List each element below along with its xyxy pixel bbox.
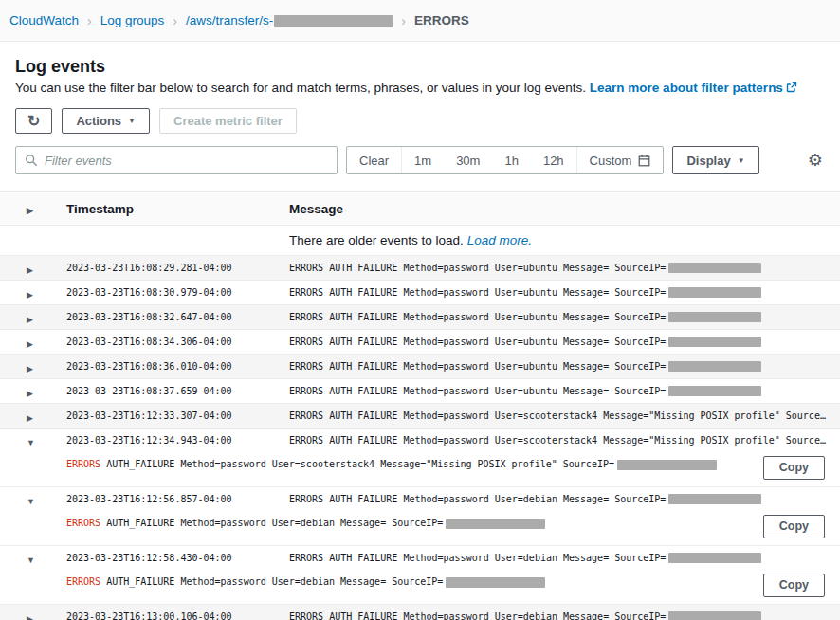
log-row-main[interactable]: ▶2023-03-23T16:08:36.010-04:00ERRORS AUT… [0, 355, 840, 378]
expand-row-icon[interactable]: ▶ [27, 339, 33, 349]
log-row: ▶2023-03-23T16:08:29.281-04:00ERRORS AUT… [0, 255, 840, 280]
row-message: ERRORS AUTH_FAILURE Method=password User… [289, 337, 840, 348]
log-events-panel: Log events You can use the filter bar be… [0, 42, 840, 174]
expand-row-icon[interactable]: ▶ [27, 315, 33, 324]
expander-cell: ▼ [15, 432, 66, 449]
log-row: ▼2023-03-23T16:12:34.943-04:00ERRORS AUT… [0, 428, 840, 486]
gear-icon: ⚙ [808, 151, 823, 170]
display-button[interactable]: Display▼ [672, 146, 758, 174]
row-timestamp: 2023-03-23T16:08:29.281-04:00 [66, 263, 289, 273]
expand-row-icon[interactable]: ▶ [27, 413, 33, 423]
create-metric-filter-button[interactable]: Create metric filter [159, 108, 297, 134]
redacted-text [668, 553, 761, 563]
time-range-30m-button[interactable]: 30m [444, 147, 492, 173]
row-message: ERRORS AUTH_FAILURE Method=password User… [289, 494, 840, 505]
log-row: ▶2023-03-23T16:08:34.306-04:00ERRORS AUT… [0, 329, 840, 354]
learn-more-link[interactable]: Learn more about filter patterns [590, 81, 797, 95]
collapse-row-icon[interactable]: ▼ [27, 556, 35, 565]
filter-bar: Clear 1m 30m 1h 12h Custom Display▼ ⚙ [15, 146, 825, 174]
log-row-main[interactable]: ▶2023-03-23T16:08:34.306-04:00ERRORS AUT… [0, 330, 840, 354]
filter-events-box [15, 146, 338, 174]
breadcrumb-log-groups[interactable]: Log groups [100, 13, 165, 27]
log-row: ▼2023-03-23T16:12:58.430-04:00ERRORS AUT… [0, 545, 840, 604]
row-message: ERRORS AUTH_FAILURE Method=password User… [289, 361, 840, 373]
row-message: ERRORS AUTH_FAILURE Method=password User… [289, 553, 840, 564]
expand-row-icon[interactable]: ▶ [27, 265, 33, 275]
log-events-table: ▶ Timestamp Message There are older even… [0, 191, 840, 620]
column-header-message: Message [289, 202, 840, 216]
copy-button[interactable]: Copy [763, 574, 825, 597]
log-row: ▼2023-03-23T16:12:56.857-04:00ERRORS AUT… [0, 486, 840, 545]
log-detail-text: ERRORS AUTH_FAILURE Method=password User… [66, 456, 717, 470]
time-range-1m-button[interactable]: 1m [402, 147, 444, 173]
copy-button[interactable]: Copy [763, 456, 825, 480]
redacted-text [274, 15, 393, 27]
expand-row-icon[interactable]: ▶ [27, 614, 33, 620]
redacted-text [446, 519, 545, 529]
log-row-detail: ERRORS AUTH_FAILURE Method=password User… [0, 570, 840, 604]
filter-events-input[interactable] [45, 154, 328, 168]
row-timestamp: 2023-03-23T16:08:36.010-04:00 [66, 361, 289, 372]
breadcrumb-cloudwatch[interactable]: CloudWatch [9, 13, 79, 27]
table-header: ▶ Timestamp Message [0, 191, 840, 226]
preferences-button[interactable]: ⚙ [806, 146, 825, 174]
log-row-main[interactable]: ▼2023-03-23T16:12:58.430-04:00ERRORS AUT… [0, 546, 840, 570]
expand-all-icon[interactable]: ▶ [27, 206, 33, 215]
expander-cell: ▶ [15, 609, 66, 620]
breadcrumb-log-group[interactable]: /aws/transfer/s- [186, 13, 393, 27]
load-more-link[interactable]: Load more. [467, 233, 532, 247]
actions-button[interactable]: Actions▼ [62, 108, 150, 134]
log-row: ▶2023-03-23T16:08:32.647-04:00ERRORS AUT… [0, 304, 840, 329]
expander-cell: ▶ [15, 383, 66, 400]
row-message: ERRORS AUTH_FAILURE Method=password User… [289, 312, 840, 323]
redacted-text [668, 287, 761, 298]
log-rows: ▶2023-03-23T16:08:29.281-04:00ERRORS AUT… [0, 255, 840, 620]
log-row-main[interactable]: ▶2023-03-23T16:12:33.307-04:00ERRORS AUT… [0, 404, 840, 428]
expand-row-icon[interactable]: ▶ [27, 364, 33, 374]
breadcrumb-current: ERRORS [414, 13, 469, 27]
row-timestamp: 2023-03-23T16:12:34.943-04:00 [66, 435, 289, 446]
time-range-custom-button[interactable]: Custom [577, 147, 664, 173]
calendar-icon [638, 155, 650, 167]
expander-cell: ▶ [15, 260, 66, 277]
toolbar: ↻ Actions▼ Create metric filter [15, 108, 825, 134]
page-title: Log events [15, 57, 825, 77]
log-row-main[interactable]: ▶2023-03-23T16:08:32.647-04:00ERRORS AUT… [0, 305, 840, 329]
row-timestamp: 2023-03-23T16:13:00.106-04:00 [66, 611, 289, 620]
refresh-button[interactable]: ↻ [15, 108, 52, 134]
breadcrumb-separator-icon: › [173, 13, 177, 28]
row-timestamp: 2023-03-23T16:12:56.857-04:00 [66, 494, 289, 504]
log-row-main[interactable]: ▶2023-03-23T16:08:29.281-04:00ERRORS AUT… [0, 256, 840, 280]
expand-row-icon[interactable]: ▶ [27, 290, 33, 300]
log-row: ▶2023-03-23T16:08:36.010-04:00ERRORS AUT… [0, 354, 840, 378]
error-token: ERRORS [66, 576, 100, 587]
log-row-main[interactable]: ▼2023-03-23T16:12:56.857-04:00ERRORS AUT… [0, 487, 840, 511]
older-events-row: There are older events to load. Load mor… [0, 226, 840, 255]
redacted-text [668, 611, 761, 620]
log-row-main[interactable]: ▶2023-03-23T16:13:00.106-04:00ERRORS AUT… [0, 605, 840, 620]
row-timestamp: 2023-03-23T16:08:32.647-04:00 [66, 312, 289, 322]
row-message: ERRORS AUTH_FAILURE Method=password User… [289, 410, 840, 421]
time-range-clear-button[interactable]: Clear [347, 147, 401, 173]
redacted-text [446, 577, 545, 588]
log-row-main[interactable]: ▼2023-03-23T16:12:34.943-04:00ERRORS AUT… [0, 429, 840, 452]
copy-button[interactable]: Copy [763, 515, 825, 538]
time-range-1h-button[interactable]: 1h [492, 147, 530, 173]
collapse-row-icon[interactable]: ▼ [27, 497, 35, 506]
time-range-12h-button[interactable]: 12h [531, 147, 576, 173]
redacted-text [668, 361, 761, 372]
expander-cell: ▶ [15, 309, 66, 326]
row-message: ERRORS AUTH_FAILURE Method=password User… [289, 287, 840, 299]
log-row-main[interactable]: ▶2023-03-23T16:08:30.979-04:00ERRORS AUT… [0, 281, 840, 304]
redacted-text [668, 263, 761, 273]
log-row-detail: ERRORS AUTH_FAILURE Method=password User… [0, 511, 840, 545]
expand-row-icon[interactable]: ▶ [27, 389, 33, 398]
row-timestamp: 2023-03-23T16:08:34.306-04:00 [66, 337, 289, 347]
log-detail-text: ERRORS AUTH_FAILURE Method=password User… [66, 515, 717, 529]
expander-cell: ▶ [15, 284, 66, 301]
collapse-row-icon[interactable]: ▼ [27, 438, 35, 447]
expander-cell: ▶ [15, 358, 66, 375]
breadcrumb-separator-icon: › [401, 13, 406, 28]
error-token: ERRORS [66, 459, 100, 469]
log-row-main[interactable]: ▶2023-03-23T16:08:37.659-04:00ERRORS AUT… [0, 379, 840, 403]
